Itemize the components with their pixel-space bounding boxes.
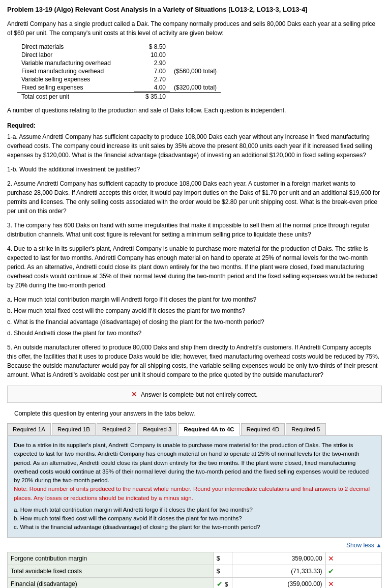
tab-req5[interactable]: Required 5 bbox=[286, 423, 325, 435]
cost-row: Variable selling expenses 2.70 bbox=[17, 75, 221, 83]
intro-text: Andretti Company has a single product ca… bbox=[7, 19, 382, 38]
answer-icon-cell: ✕ bbox=[325, 552, 381, 565]
tab-req2[interactable]: Required 2 bbox=[97, 423, 136, 435]
answer-label: Financial (disadvantage) bbox=[8, 577, 214, 588]
alert-icon: ✕ bbox=[131, 390, 137, 398]
answer-label: Forgone contribution margin bbox=[8, 552, 214, 565]
answer-value: 359,000.00 bbox=[232, 552, 325, 565]
sub-question-line: c. What is the financial advantage (disa… bbox=[14, 523, 375, 532]
question-sub-line: c. What is the financial advantage (disa… bbox=[7, 317, 382, 327]
cost-label: Direct labor bbox=[17, 51, 134, 59]
note-independent: A number of questions relating to the pr… bbox=[7, 106, 382, 115]
answer-value: (359,000.00) bbox=[232, 577, 325, 588]
answer-value: (71,333.33) bbox=[232, 565, 325, 577]
tab-body-text: Due to a strike in its supplier's plant,… bbox=[14, 441, 375, 485]
error-icon: ✕ bbox=[328, 580, 334, 588]
cost-row: Variable manufacturing overhead 2.90 bbox=[17, 59, 221, 67]
tab-req1a[interactable]: Required 1A bbox=[7, 423, 51, 435]
sub-question-line: a. How much total contribution margin wi… bbox=[14, 506, 375, 514]
alert-box: ✕ Answer is complete but not entirely co… bbox=[7, 386, 382, 403]
cost-row: Fixed selling expenses 4.00 ($320,000 to… bbox=[17, 83, 221, 92]
cost-note: ($320,000 total) bbox=[170, 83, 221, 92]
cost-amount: 4.00 bbox=[134, 83, 170, 92]
answer-row: Forgone contribution margin $ 359,000.00… bbox=[8, 552, 382, 565]
complete-instruction: Complete this question by entering your … bbox=[7, 407, 382, 421]
cost-amount: 2.70 bbox=[134, 75, 170, 83]
cost-amount: 10.00 bbox=[134, 51, 170, 59]
question-q4: 4. Due to a strike in its supplier's pla… bbox=[7, 244, 382, 290]
sub-question-line: b. How much total fixed cost will the co… bbox=[14, 514, 375, 523]
cost-row: Direct materials $ 8.50 bbox=[17, 43, 221, 51]
cost-label: Variable selling expenses bbox=[17, 75, 134, 83]
cost-note bbox=[170, 43, 221, 51]
answer-icon-cell: ✔ bbox=[325, 565, 381, 577]
cost-amount: 2.90 bbox=[134, 59, 170, 67]
question-q3: 3. The company has 600 Daks on hand with… bbox=[7, 221, 382, 239]
question-q4_subs: a. How much total contribution margin wi… bbox=[7, 295, 382, 338]
problem-title: Problem 13-19 (Algo) Relevant Cost Analy… bbox=[7, 5, 382, 14]
answer-currency: $ bbox=[213, 565, 232, 577]
sub-questions: a. How much total contribution margin wi… bbox=[14, 506, 375, 532]
check-icon-pre: ✔ bbox=[217, 580, 223, 588]
cost-note: ($560,000 total) bbox=[170, 67, 221, 75]
question-sub-line: a. How much total contribution margin wi… bbox=[7, 295, 382, 304]
cost-note bbox=[170, 75, 221, 83]
tab-req4d[interactable]: Required 4D bbox=[241, 423, 285, 435]
question-q1a: 1-a. Assume Andretti Company has suffici… bbox=[7, 132, 382, 160]
answer-currency: ✔$ bbox=[213, 577, 232, 588]
answer-currency: $ bbox=[213, 552, 232, 565]
cost-row: Direct labor 10.00 bbox=[17, 51, 221, 59]
tab-req3[interactable]: Required 3 bbox=[137, 423, 177, 435]
tab-req4a4c[interactable]: Required 4A to 4C bbox=[178, 423, 240, 436]
tab-note-text: Note: Round number of units produced to … bbox=[14, 485, 375, 503]
answers-table: Forgone contribution margin $ 359,000.00… bbox=[7, 552, 382, 588]
cost-note bbox=[170, 92, 221, 101]
cost-label: Fixed manufacturing overhead bbox=[17, 67, 134, 75]
answer-row: Financial (disadvantage) ✔$ (359,000.00)… bbox=[8, 577, 382, 588]
check-icon: ✔ bbox=[328, 567, 334, 575]
cost-row: Fixed manufacturing overhead 7.00 ($560,… bbox=[17, 67, 221, 75]
cost-label: Variable manufacturing overhead bbox=[17, 59, 134, 67]
cost-row: Total cost per unit $ 35.10 bbox=[17, 92, 221, 101]
tabs-container: Required 1ARequired 1BRequired 2Required… bbox=[7, 423, 382, 436]
required-label: Required: bbox=[7, 122, 382, 129]
question-q1b: 1-b. Would the additional investment be … bbox=[7, 165, 382, 174]
question-q2: 2. Assume Andretti Company has sufficien… bbox=[7, 179, 382, 216]
answer-row: Total avoidable fixed costs $ (71,333.33… bbox=[8, 565, 382, 577]
cost-label: Fixed selling expenses bbox=[17, 83, 134, 92]
cost-amount: $ 35.10 bbox=[134, 92, 170, 101]
tab-req1b[interactable]: Required 1B bbox=[52, 423, 96, 435]
show-less-button[interactable]: Show less ▲ bbox=[7, 542, 382, 549]
question-q5: 5. An outside manufacturer offered to pr… bbox=[7, 343, 382, 379]
cost-table: Direct materials $ 8.50 Direct labor 10.… bbox=[17, 43, 221, 101]
answer-label: Total avoidable fixed costs bbox=[8, 565, 214, 577]
alert-text: Answer is complete but not entirely corr… bbox=[141, 391, 257, 398]
cost-label: Total cost per unit bbox=[17, 92, 134, 101]
questions-container: 1-a. Assume Andretti Company has suffici… bbox=[7, 132, 382, 379]
answer-icon-cell: ✕ bbox=[325, 577, 381, 588]
question-sub-line: b. How much total fixed cost will the co… bbox=[7, 306, 382, 315]
cost-amount: $ 8.50 bbox=[134, 43, 170, 51]
tab-content-box: Due to a strike in its supplier's plant,… bbox=[7, 436, 382, 538]
cost-amount: 7.00 bbox=[134, 67, 170, 75]
question-sub-line: d. Should Andretti close the plant for t… bbox=[7, 329, 382, 338]
error-icon: ✕ bbox=[328, 554, 334, 563]
cost-label: Direct materials bbox=[17, 43, 134, 51]
cost-note bbox=[170, 59, 221, 67]
cost-note bbox=[170, 51, 221, 59]
